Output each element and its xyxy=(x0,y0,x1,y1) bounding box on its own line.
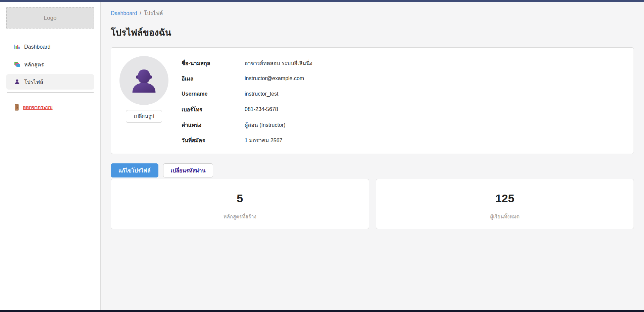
sidebar-item-label: Dashboard xyxy=(24,44,50,50)
bottom-accent-bar xyxy=(0,310,644,312)
stat-card-courses-created: 5 หลักสูตรที่สร้าง xyxy=(111,179,369,229)
field-value: 081-234-5678 xyxy=(245,106,278,112)
field-label: วันที่สมัคร xyxy=(182,136,245,145)
breadcrumb-current: โปรไฟล์ xyxy=(144,9,163,17)
books-icon xyxy=(14,61,20,67)
stat-label: ผู้เรียนทั้งหมด xyxy=(490,213,519,221)
change-photo-button[interactable]: เปลี่ยนรูป xyxy=(126,110,162,123)
stat-value: 5 xyxy=(237,191,243,205)
field-row-phone: เบอร์โทร 081-234-5678 xyxy=(182,104,312,114)
edit-profile-button[interactable]: แก้ไขโปรไฟล์ xyxy=(111,163,158,177)
sidebar-nav: Dashboard หลักสูตร xyxy=(6,39,94,92)
field-row-username: Username instructor_test xyxy=(182,89,312,99)
sidebar: Logo Dashboard xyxy=(0,2,101,312)
logo-text: Logo xyxy=(44,15,57,21)
page-title: โปรไฟล์ของฉัน xyxy=(111,25,634,40)
sidebar-item-label: หลักสูตร xyxy=(24,60,44,69)
field-row-name: ชื่อ-นามสกุล อาจารย์ทดสอบ ระบบอีเลินนิ่ง xyxy=(182,58,312,68)
stat-label: หลักสูตรที่สร้าง xyxy=(224,213,256,221)
field-row-register-date: วันที่สมัคร 1 มกราคม 2567 xyxy=(182,135,312,145)
field-value: instructor_test xyxy=(245,91,278,97)
main-content: Dashboard / โปรไฟล์ โปรไฟล์ของฉัน xyxy=(101,2,644,312)
bar-chart-icon xyxy=(14,44,20,50)
stat-value: 125 xyxy=(495,191,514,205)
field-label: Username xyxy=(182,91,245,97)
person-avatar-icon xyxy=(130,66,158,95)
field-value: อาจารย์ทดสอบ ระบบอีเลินนิ่ง xyxy=(245,59,312,67)
stat-card-total-learners: 125 ผู้เรียนทั้งหมด xyxy=(376,179,634,229)
breadcrumb-separator: / xyxy=(140,10,141,16)
sidebar-item-dashboard[interactable]: Dashboard xyxy=(6,39,94,55)
logo-placeholder: Logo xyxy=(6,7,94,29)
logout-link[interactable]: ออกจากระบบ xyxy=(14,103,94,111)
field-label: เบอร์โทร xyxy=(182,105,245,114)
avatar-column: เปลี่ยนรูป xyxy=(119,56,169,154)
avatar xyxy=(119,56,168,105)
field-label: อีเมล xyxy=(182,74,245,83)
field-value: ผู้สอน (Instructor) xyxy=(245,121,285,129)
field-row-email: อีเมล instructor@example.com xyxy=(182,73,312,84)
logout-label: ออกจากระบบ xyxy=(23,103,53,111)
sidebar-divider xyxy=(7,92,94,93)
stats-row: 5 หลักสูตรที่สร้าง 125 ผู้เรียนทั้งหมด xyxy=(111,179,634,229)
field-value: 1 มกราคม 2567 xyxy=(245,136,282,145)
profile-actions: แก้ไขโปรไฟล์ เปลี่ยนรหัสผ่าน xyxy=(111,163,634,177)
field-row-position: ตำแหน่ง ผู้สอน (Instructor) xyxy=(182,120,312,130)
sidebar-item-label: โปรไฟล์ xyxy=(24,78,43,86)
page-layout: Logo Dashboard xyxy=(0,2,644,312)
breadcrumb: Dashboard / โปรไฟล์ xyxy=(111,9,634,17)
profile-card: เปลี่ยนรูป ชื่อ-นามสกุล อาจารย์ทดสอบ ระบ… xyxy=(111,47,634,154)
breadcrumb-dashboard-link[interactable]: Dashboard xyxy=(111,10,137,16)
sidebar-item-courses[interactable]: หลักสูตร xyxy=(6,57,94,72)
change-password-button[interactable]: เปลี่ยนรหัสผ่าน xyxy=(163,163,213,177)
field-label: ตำแหน่ง xyxy=(182,121,245,129)
field-label: ชื่อ-นามสกุล xyxy=(182,59,245,67)
sidebar-item-profile[interactable]: โปรไฟล์ xyxy=(6,74,94,90)
field-value: instructor@example.com xyxy=(245,75,304,82)
profile-fields: ชื่อ-นามสกุล อาจารย์ทดสอบ ระบบอีเลินนิ่ง… xyxy=(182,56,312,154)
door-icon xyxy=(14,104,19,111)
person-icon xyxy=(14,79,20,85)
